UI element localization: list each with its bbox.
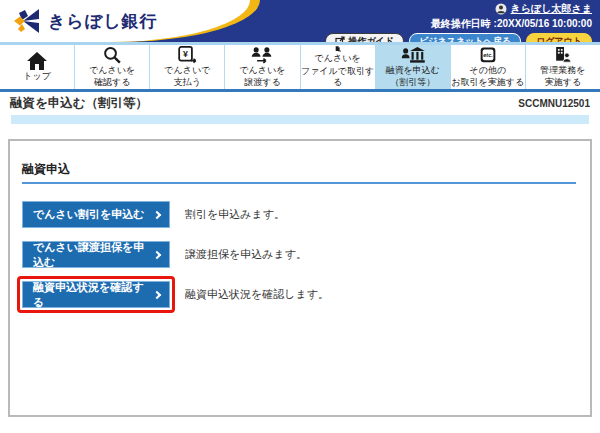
header-right: きらぼし太郎さま 最終操作日時 :20XX/05/16 10:00:00 操作ガ… [325,2,592,42]
logo-area: きらぼし銀行 [0,0,250,42]
main-nav: トップ でんさいを 確認する ¥ でんさいで 支払う でんさいを 譲渡する [0,45,600,92]
user-icon [495,3,507,15]
user-name-link[interactable]: きらぼし太郎さま [511,2,592,16]
svg-text:¥: ¥ [183,49,188,59]
tab-other-transactions[interactable]: etc. その他の お取引を実施する [451,45,526,89]
tab-admin[interactable]: 管理業務を 実施する [526,45,600,89]
tab-densai-confirm[interactable]: でんさいを 確認する [75,45,150,89]
menu-row-discount: でんさい割引を申込む 割引を申込みます。 [22,201,576,228]
tab-densai-file[interactable]: でんさいを ファイルで取引する [301,45,376,89]
menu-description: 融資申込状況を確認します。 [185,287,329,302]
tab-densai-pay[interactable]: ¥ でんさいで 支払う [150,45,225,89]
external-link-icon [335,36,345,42]
page-title: 融資を申込む（割引等） [10,95,148,112]
chevron-right-icon [153,250,161,258]
apply-densai-discount-button[interactable]: でんさい割引を申込む [22,201,170,228]
header: きらぼし銀行 きらぼし太郎さま 最終操作日時 :20XX/05/16 10:00… [0,0,600,42]
search-icon [103,46,121,64]
tab-top[interactable]: トップ [0,45,75,89]
loan-bank-icon [401,46,425,64]
title-accent-bar [11,115,589,124]
kiraboshi-star-icon [14,8,40,34]
screen-code: SCCMNU12501 [518,98,590,109]
pay-document-icon: ¥ [178,46,197,64]
admin-building-icon [554,46,572,64]
menu-row-status: 融資申込状況を確認する 融資申込状況を確認します。 [22,281,576,308]
menu-description: 譲渡担保を申込みます。 [185,247,307,262]
chevron-right-icon [153,210,161,218]
last-operation-time: 最終操作日時 :20XX/05/16 10:00:00 [325,17,592,31]
chevron-right-icon [153,290,161,298]
tab-densai-transfer[interactable]: でんさいを 譲渡する [225,45,300,89]
menu-row-collateral: でんさい譲渡担保を申込む 譲渡担保を申込みます。 [22,241,576,268]
svg-text:etc.: etc. [483,52,493,58]
content-panel: 融資申込 でんさい割引を申込む 割引を申込みます。 でんさい譲渡担保を申込む 譲… [8,139,592,417]
tab-loan-apply[interactable]: 融資を申込む （割引等） [376,45,451,89]
file-trade-icon [329,46,347,52]
page-title-row: 融資を申込む（割引等） SCCMNU12501 [0,92,600,113]
check-loan-application-status-button[interactable]: 融資申込状況を確認する [22,281,170,308]
etc-icon: etc. [479,46,497,64]
transfer-people-icon [251,46,273,64]
apply-transfer-collateral-button[interactable]: でんさい譲渡担保を申込む [22,241,170,268]
back-to-business-net-button[interactable]: ビジネスネットへ戻る [409,33,521,42]
operation-guide-button[interactable]: 操作ガイド [325,33,404,42]
bank-name: きらぼし銀行 [48,10,158,33]
section-title: 融資申込 [22,161,576,184]
menu-description: 割引を申込みます。 [185,207,285,222]
highlight-red-box: 融資申込状況を確認する [17,276,175,313]
logout-button[interactable]: ログアウト [526,33,592,42]
home-icon [27,52,47,70]
